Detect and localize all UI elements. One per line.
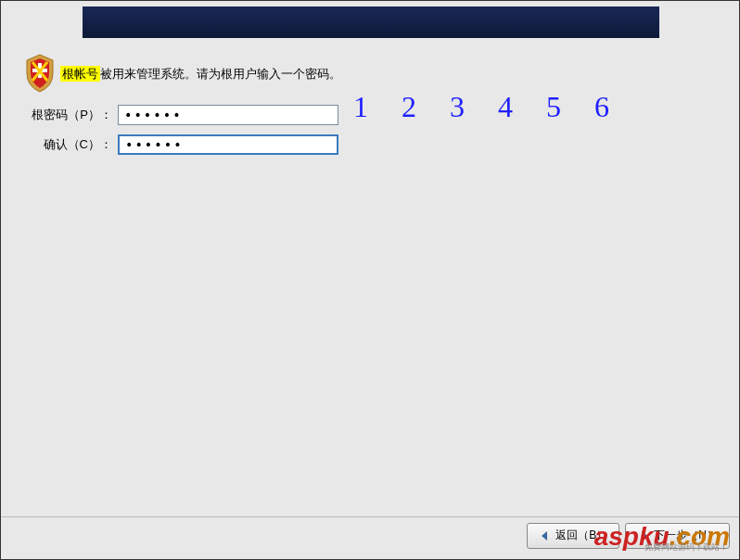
arrow-right-icon [637,529,650,542]
confirm-label: 确认（C）： [19,136,112,153]
next-button-label: 下一步（N） [654,528,718,543]
shield-icon [23,53,57,94]
back-button-label: 返回（B） [555,528,607,543]
instruction-text: 根帐号被用来管理系统。请为根用户输入一个密码。 [60,66,341,83]
confirm-row: 确认（C）： [19,134,338,155]
instruction-rest: 被用来管理系统。请为根用户输入一个密码。 [100,67,341,81]
handwriting-annotation: 1 2 3 4 5 6 [353,90,622,124]
password-label: 根密码（P）： [19,107,112,123]
confirm-input[interactable] [118,134,338,155]
instruction-highlight: 根帐号 [60,66,100,82]
next-button[interactable]: 下一步（N） [625,523,730,549]
password-input[interactable] [118,105,338,125]
header-title-bar [83,6,659,38]
arrow-left-icon [539,529,552,542]
password-row: 根密码（P）： [19,105,338,125]
back-button[interactable]: 返回（B） [527,523,619,549]
footer-bar: 返回（B） 下一步（N） [1,516,739,554]
